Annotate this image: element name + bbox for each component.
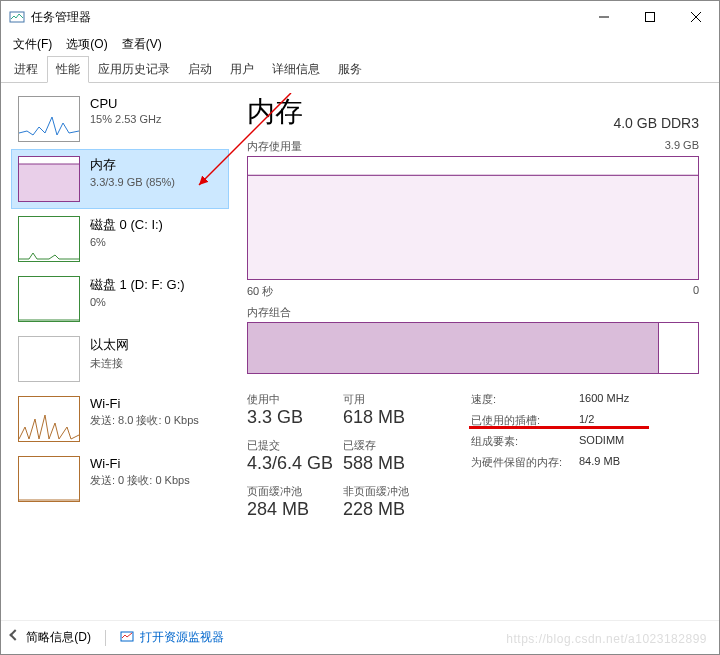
tab-services[interactable]: 服务	[329, 56, 371, 83]
memory-composition-chart	[247, 322, 699, 374]
spec-label: 为硬件保留的内存:	[471, 455, 579, 470]
ethernet-thumb-icon	[18, 336, 80, 382]
sidebar-item-label: Wi-Fi	[90, 396, 199, 411]
sidebar-item-label: Wi-Fi	[90, 456, 190, 471]
wifi-thumb-icon	[18, 456, 80, 502]
spec-value: SODIMM	[579, 434, 659, 449]
statusbar: 简略信息(D) 打开资源监视器	[1, 620, 719, 654]
page-title: 内存	[247, 93, 303, 131]
stats-area: 使用中3.3 GB 可用618 MB 已提交4.3/6.4 GB 已缓存588 …	[247, 392, 699, 520]
sidebar-item-stat: 3.3/3.9 GB (85%)	[90, 176, 175, 188]
stat-value: 618 MB	[343, 407, 453, 428]
stat-label: 已提交	[247, 438, 343, 453]
sidebar: CPU 15% 2.53 GHz 内存 3.3/3.9 GB (85%)	[1, 83, 239, 620]
stat-value: 3.3 GB	[247, 407, 343, 428]
sidebar-item-label: CPU	[90, 96, 162, 111]
spec-value: 1600 MHz	[579, 392, 659, 407]
sidebar-item-stat: 发送: 0 接收: 0 Kbps	[90, 473, 190, 488]
titlebar: 任务管理器	[1, 1, 719, 33]
sidebar-item-stat: 15% 2.53 GHz	[90, 113, 162, 125]
disk-thumb-icon	[18, 216, 80, 262]
minimize-button[interactable]	[581, 1, 627, 33]
open-resource-monitor-link[interactable]: 打开资源监视器	[120, 629, 224, 646]
sidebar-item-stat: 未连接	[90, 356, 129, 371]
spec-label: 组成要素:	[471, 434, 579, 449]
stat-value: 4.3/6.4 GB	[247, 453, 343, 474]
task-manager-window: 任务管理器 文件(F) 选项(O) 查看(V) 进程 性能 应用历史记录 启动 …	[0, 0, 720, 655]
svg-rect-2	[646, 13, 655, 22]
composition-label: 内存组合	[247, 305, 699, 320]
tab-startup[interactable]: 启动	[179, 56, 221, 83]
content-area: CPU 15% 2.53 GHz 内存 3.3/3.9 GB (85%)	[1, 83, 719, 620]
sidebar-item-stat: 6%	[90, 236, 163, 248]
memory-thumb-icon	[18, 156, 80, 202]
app-icon	[9, 9, 25, 25]
menu-options[interactable]: 选项(O)	[60, 34, 113, 55]
main-panel: 内存 4.0 GB DDR3 内存使用量 3.9 GB 60 秒 0 内存组合	[239, 83, 719, 620]
spec-value: 84.9 MB	[579, 455, 659, 470]
sidebar-item-label: 磁盘 0 (C: I:)	[90, 216, 163, 234]
menu-file[interactable]: 文件(F)	[7, 34, 58, 55]
close-button[interactable]	[673, 1, 719, 33]
window-title: 任务管理器	[31, 9, 581, 26]
wifi-thumb-icon	[18, 396, 80, 442]
sidebar-item-wifi-0[interactable]: Wi-Fi 发送: 8.0 接收: 0 Kbps	[11, 389, 229, 449]
stat-value: 284 MB	[247, 499, 343, 520]
sidebar-item-label: 磁盘 1 (D: F: G:)	[90, 276, 185, 294]
sidebar-item-disk1[interactable]: 磁盘 1 (D: F: G:) 0%	[11, 269, 229, 329]
stat-value: 228 MB	[343, 499, 453, 520]
tab-users[interactable]: 用户	[221, 56, 263, 83]
stat-label: 页面缓冲池	[247, 484, 343, 499]
axis-right: 0	[693, 284, 699, 299]
sidebar-item-ethernet[interactable]: 以太网 未连接	[11, 329, 229, 389]
usage-chart-max: 3.9 GB	[665, 139, 699, 154]
svg-rect-5	[19, 164, 79, 201]
sidebar-item-stat: 发送: 8.0 接收: 0 Kbps	[90, 413, 199, 428]
monitor-icon	[120, 630, 134, 644]
fewer-details-button[interactable]: 简略信息(D)	[11, 629, 91, 646]
tabbar: 进程 性能 应用历史记录 启动 用户 详细信息 服务	[1, 55, 719, 83]
annotation-underline	[469, 426, 649, 429]
tab-performance[interactable]: 性能	[47, 56, 89, 83]
tab-details[interactable]: 详细信息	[263, 56, 329, 83]
sidebar-item-stat: 0%	[90, 296, 185, 308]
sidebar-item-cpu[interactable]: CPU 15% 2.53 GHz	[11, 89, 229, 149]
disk-thumb-icon	[18, 276, 80, 322]
tab-app-history[interactable]: 应用历史记录	[89, 56, 179, 83]
statusbar-separator	[105, 630, 106, 646]
tab-processes[interactable]: 进程	[5, 56, 47, 83]
stat-label: 可用	[343, 392, 453, 407]
spec-label: 速度:	[471, 392, 579, 407]
stat-label: 使用中	[247, 392, 343, 407]
maximize-button[interactable]	[627, 1, 673, 33]
usage-chart-label: 内存使用量	[247, 139, 302, 154]
sidebar-item-wifi-1[interactable]: Wi-Fi 发送: 0 接收: 0 Kbps	[11, 449, 229, 509]
stat-value: 588 MB	[343, 453, 453, 474]
menubar: 文件(F) 选项(O) 查看(V)	[1, 33, 719, 55]
stat-label: 非页面缓冲池	[343, 484, 453, 499]
stat-label: 已缓存	[343, 438, 453, 453]
sidebar-item-disk0[interactable]: 磁盘 0 (C: I:) 6%	[11, 209, 229, 269]
sidebar-item-memory[interactable]: 内存 3.3/3.9 GB (85%)	[11, 149, 229, 209]
axis-left: 60 秒	[247, 284, 273, 299]
cpu-thumb-icon	[18, 96, 80, 142]
sidebar-item-label: 内存	[90, 156, 175, 174]
memory-usage-chart	[247, 156, 699, 280]
memory-spec: 4.0 GB DDR3	[613, 115, 699, 131]
sidebar-item-label: 以太网	[90, 336, 129, 354]
chevron-up-icon	[9, 629, 20, 640]
menu-view[interactable]: 查看(V)	[116, 34, 168, 55]
